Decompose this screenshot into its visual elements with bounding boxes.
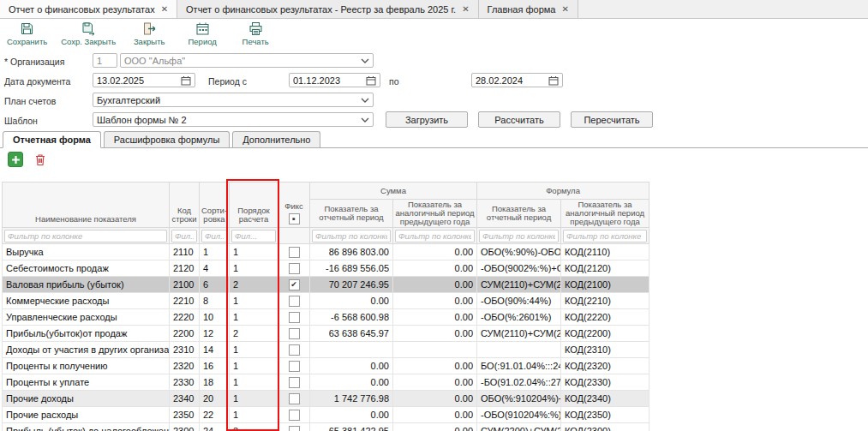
sum-prev-cell[interactable]: 0.00 [393, 260, 477, 277]
chevron-down-icon[interactable] [361, 58, 369, 63]
row-code-cell[interactable]: 2110 [170, 244, 200, 260]
row-code-cell[interactable]: 2310 [170, 342, 200, 358]
sum-report-cell[interactable]: 0.00 [310, 374, 393, 391]
table-row[interactable]: Выручка21101186 896 803.000.00ОБО(%:90%)… [3, 244, 650, 260]
calc-order-cell[interactable]: 1 [230, 407, 278, 423]
fix-checkbox-cell[interactable]: ✔ [278, 277, 310, 293]
calc-order-cell[interactable]: 1 [230, 244, 278, 260]
col-header-fix[interactable]: Фикс ▪ [278, 183, 310, 228]
recalculate-button[interactable]: Пересчитать [571, 111, 653, 128]
col-header-sum-report-period[interactable]: Показатель за отчетный период [310, 200, 393, 228]
indicator-name-cell[interactable]: Себестоимость продаж [3, 260, 170, 277]
filter-input-name[interactable] [4, 230, 167, 242]
filter-input-sum-report[interactable] [312, 230, 391, 242]
table-row[interactable]: Прочие расходы23502210.000.00-ОБО(910204… [3, 407, 650, 423]
row-code-cell[interactable]: 2300 [170, 423, 200, 431]
filter-input-formula-report[interactable] [479, 230, 559, 242]
table-row[interactable]: Себестоимость продаж212041-16 689 556.05… [3, 260, 650, 277]
sort-cell[interactable]: 10 [200, 309, 230, 326]
save-close-button[interactable]: Сохр. Закрыть [61, 21, 116, 46]
sum-report-cell[interactable]: 86 896 803.00 [310, 244, 393, 260]
load-button[interactable]: Загрузить [386, 111, 468, 128]
checkbox-unchecked[interactable] [289, 263, 300, 274]
sort-cell[interactable]: 4 [200, 260, 230, 277]
add-row-button[interactable] [8, 152, 23, 167]
period-to-field[interactable]: 28.02.2024 [471, 73, 563, 87]
row-code-cell[interactable]: 2340 [170, 391, 200, 407]
tab-report-form[interactable]: Отчетная форма [3, 131, 101, 148]
sort-cell[interactable]: 14 [200, 342, 230, 358]
formula-report-cell[interactable] [477, 342, 561, 358]
sum-report-cell[interactable]: 0.00 [310, 358, 393, 374]
sum-prev-cell[interactable]: 0.00 [393, 407, 477, 423]
formula-report-cell[interactable]: СУМ(2110)+СУМ(21... [477, 277, 561, 293]
checkbox-unchecked[interactable] [289, 393, 300, 404]
row-code-cell[interactable]: 2330 [170, 374, 200, 391]
col-header-calc-order[interactable]: Порядок расчета [230, 183, 278, 228]
table-row[interactable]: Прибыль(убыток)от продаж220012263 638 64… [3, 326, 650, 342]
formula-prev-cell[interactable]: КОД(2210) [561, 293, 650, 309]
sort-cell[interactable]: 16 [200, 358, 230, 374]
indicator-name-cell[interactable]: Коммерческие расходы [3, 293, 170, 309]
col-header-sum-prev-period[interactable]: Показатель за аналогичный период предыду… [393, 200, 477, 228]
window-tab-main-form[interactable]: Главная форма ✕ [479, 0, 578, 18]
sort-cell[interactable]: 8 [200, 293, 230, 309]
formula-prev-cell[interactable]: КОД(2220) [561, 309, 650, 326]
sum-report-cell[interactable]: 63 638 645.97 [310, 326, 393, 342]
save-button[interactable]: Сохранить [7, 21, 47, 46]
organization-code-field[interactable]: 1 [93, 53, 117, 68]
checkbox-unchecked[interactable] [289, 361, 300, 372]
calc-order-cell[interactable]: 1 [230, 374, 278, 391]
row-code-cell[interactable]: 2210 [170, 293, 200, 309]
sum-prev-cell[interactable]: 0.00 [393, 423, 477, 431]
col-header-row-code[interactable]: Код строки [170, 183, 200, 228]
fix-checkbox-cell[interactable] [278, 342, 310, 358]
sum-prev-cell[interactable]: 0.00 [393, 277, 477, 293]
formula-report-cell[interactable]: СУМ(2200)+СУМ(23... [477, 423, 561, 431]
window-tab-register[interactable]: Отчет о финансовых результатах - Реестр … [177, 0, 479, 18]
checkbox-unchecked[interactable] [289, 377, 300, 388]
calc-order-cell[interactable]: 1 [230, 342, 278, 358]
sum-prev-cell[interactable]: 0.00 [393, 374, 477, 391]
indicator-name-cell[interactable]: Валовая прибыль (убыток) [3, 277, 170, 293]
fix-checkbox-cell[interactable] [278, 407, 310, 423]
formula-prev-cell[interactable]: КОД(2120) [561, 260, 650, 277]
formula-report-cell[interactable]: -БО(91.02.04%::278... [477, 374, 561, 391]
col-header-sort[interactable]: Сорти-ровка [200, 183, 230, 228]
indicator-name-cell[interactable]: Доходы от участия в других организаци... [3, 342, 170, 358]
filter-input-sort[interactable] [201, 230, 227, 242]
checkbox-unchecked[interactable] [289, 328, 300, 339]
sum-report-cell[interactable]: 70 207 246.95 [310, 277, 393, 293]
document-date-field[interactable]: 13.02.2025 [93, 73, 195, 87]
indicator-name-cell[interactable]: Управленческие расходы [3, 309, 170, 326]
fix-checkbox-cell[interactable] [278, 423, 310, 431]
sum-prev-cell[interactable]: 0.00 [393, 326, 477, 342]
tab-close-icon[interactable]: ✕ [462, 4, 469, 14]
indicator-name-cell[interactable]: Прибыль(убыток)от продаж [3, 326, 170, 342]
sum-report-cell[interactable] [310, 342, 393, 358]
indicator-name-cell[interactable]: Прочие доходы [3, 391, 170, 407]
sum-report-cell[interactable]: 65 381 422.95 [310, 423, 393, 431]
sum-prev-cell[interactable]: 0.00 [393, 391, 477, 407]
template-field[interactable]: Шаблон формы № 2 [93, 112, 374, 127]
checkbox-unchecked[interactable] [289, 410, 300, 421]
sort-cell[interactable]: 24 [200, 423, 230, 431]
formula-report-cell[interactable]: -ОБО(90%:44%) [477, 293, 561, 309]
formula-prev-cell[interactable]: КОД(2300) [561, 423, 650, 431]
table-row[interactable]: Проценты к получению23201610.000.00БО(:9… [3, 358, 650, 374]
formula-prev-cell[interactable]: КОД(2100) [561, 277, 650, 293]
calc-order-cell[interactable]: 1 [230, 293, 278, 309]
checkbox-unchecked[interactable] [289, 426, 300, 431]
fix-select-all-checkbox[interactable]: ▪ [289, 213, 300, 224]
row-code-cell[interactable]: 2100 [170, 277, 200, 293]
col-header-formula-prev-period[interactable]: Показатель за аналогичный период предыду… [561, 200, 650, 228]
close-button[interactable]: Закрыть [129, 21, 169, 46]
sum-report-cell[interactable]: 0.00 [310, 293, 393, 309]
formula-report-cell[interactable]: СУМ(2110)+СУМ(21... [477, 326, 561, 342]
table-row[interactable]: Валовая прибыль (убыток)210062✔70 207 24… [3, 277, 650, 293]
indicator-name-cell[interactable]: Проценты к уплате [3, 374, 170, 391]
table-row[interactable]: Управленческие расходы2220101-6 568 600.… [3, 309, 650, 326]
sort-cell[interactable]: 12 [200, 326, 230, 342]
calc-order-cell[interactable]: 1 [230, 260, 278, 277]
sum-report-cell[interactable]: -6 568 600.98 [310, 309, 393, 326]
